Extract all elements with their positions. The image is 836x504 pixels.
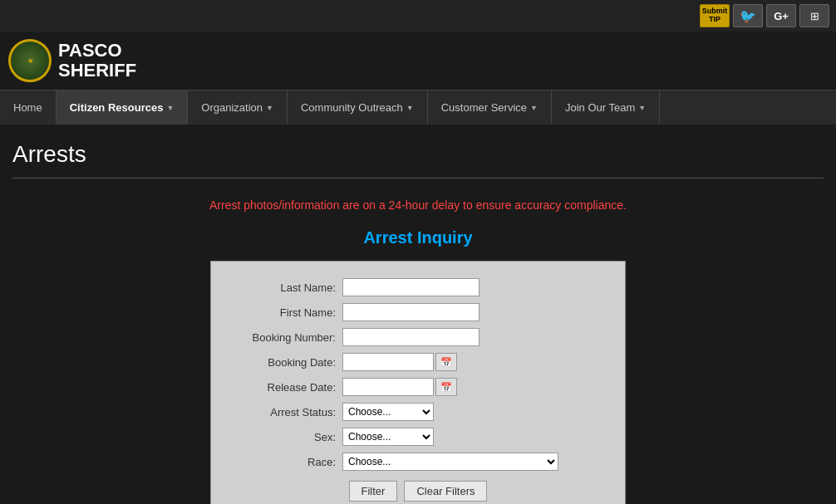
booking-number-input[interactable] bbox=[342, 328, 479, 346]
booking-date-wrap: 📅 bbox=[342, 353, 457, 371]
race-select[interactable]: Choose... bbox=[342, 453, 558, 471]
citizen-resources-arrow-icon: ▼ bbox=[166, 104, 174, 112]
race-label: Race: bbox=[228, 456, 336, 468]
nav-join-our-team[interactable]: Join Our Team ▼ bbox=[552, 91, 660, 125]
booking-date-calendar-button[interactable]: 📅 bbox=[435, 353, 457, 371]
last-name-row: Last Name: bbox=[228, 278, 608, 296]
release-date-input[interactable] bbox=[342, 378, 434, 396]
submit-tip-button[interactable]: Submit TIP bbox=[700, 4, 730, 27]
last-name-input[interactable] bbox=[342, 278, 479, 296]
clear-filters-button[interactable]: Clear Filters bbox=[404, 481, 487, 502]
sex-row: Sex: Choose... bbox=[228, 428, 608, 446]
booking-number-row: Booking Number: bbox=[228, 328, 608, 346]
top-bar: Submit TIP 🐦 G+ ⊞ bbox=[0, 0, 836, 32]
release-date-label: Release Date: bbox=[228, 381, 336, 394]
logo-area: ★ PASCO SHERIFF bbox=[8, 39, 158, 82]
nav-community-outreach[interactable]: Community Outreach ▼ bbox=[288, 91, 428, 125]
arrest-status-row: Arrest Status: Choose... bbox=[228, 403, 608, 421]
nav-home[interactable]: Home bbox=[0, 91, 57, 125]
organization-arrow-icon: ▼ bbox=[266, 104, 273, 112]
inquiry-title: Arrest Inquiry bbox=[12, 228, 824, 247]
booking-date-row: Booking Date: 📅 bbox=[228, 353, 608, 371]
release-date-row: Release Date: 📅 bbox=[228, 378, 608, 396]
first-name-input[interactable] bbox=[342, 303, 479, 321]
page-title: Arrests bbox=[12, 141, 824, 168]
filter-button[interactable]: Filter bbox=[349, 481, 398, 502]
twitter-icon[interactable]: 🐦 bbox=[733, 4, 763, 27]
site-logo-text: PASCO SHERIFF bbox=[58, 41, 136, 81]
sheriff-badge-icon: ★ bbox=[8, 39, 52, 82]
share-icon[interactable]: ⊞ bbox=[799, 4, 829, 27]
community-outreach-arrow-icon: ▼ bbox=[406, 104, 414, 112]
title-divider bbox=[12, 178, 824, 179]
arrest-status-label: Arrest Status: bbox=[228, 406, 336, 418]
page-content: Arrests Arrest photos/information are on… bbox=[0, 125, 836, 504]
last-name-label: Last Name: bbox=[228, 281, 336, 294]
first-name-row: First Name: bbox=[228, 303, 608, 321]
sex-select[interactable]: Choose... bbox=[342, 428, 434, 446]
sex-label: Sex: bbox=[228, 431, 336, 443]
booking-number-label: Booking Number: bbox=[228, 331, 336, 344]
race-row: Race: Choose... bbox=[228, 453, 608, 471]
arrest-inquiry-form: Last Name: First Name: Booking Number: B… bbox=[210, 261, 626, 504]
nav-citizen-resources[interactable]: Citizen Resources ▼ bbox=[57, 91, 189, 125]
nav-organization[interactable]: Organization ▼ bbox=[188, 91, 288, 125]
form-actions: Filter Clear Filters bbox=[228, 481, 608, 502]
first-name-label: First Name: bbox=[228, 306, 336, 319]
nav-customer-service[interactable]: Customer Service ▼ bbox=[428, 91, 552, 125]
booking-date-input[interactable] bbox=[342, 353, 434, 371]
arrest-status-select[interactable]: Choose... bbox=[342, 403, 434, 421]
booking-date-label: Booking Date: bbox=[228, 356, 336, 369]
join-our-team-arrow-icon: ▼ bbox=[638, 104, 646, 112]
release-date-wrap: 📅 bbox=[342, 378, 457, 396]
release-date-calendar-button[interactable]: 📅 bbox=[435, 378, 457, 396]
header: ★ PASCO SHERIFF bbox=[0, 32, 836, 90]
arrest-notice: Arrest photos/information are on a 24-ho… bbox=[12, 198, 824, 212]
customer-service-arrow-icon: ▼ bbox=[530, 104, 538, 112]
google-plus-icon[interactable]: G+ bbox=[766, 4, 796, 27]
main-nav: Home Citizen Resources ▼ Organization ▼ … bbox=[0, 90, 836, 125]
